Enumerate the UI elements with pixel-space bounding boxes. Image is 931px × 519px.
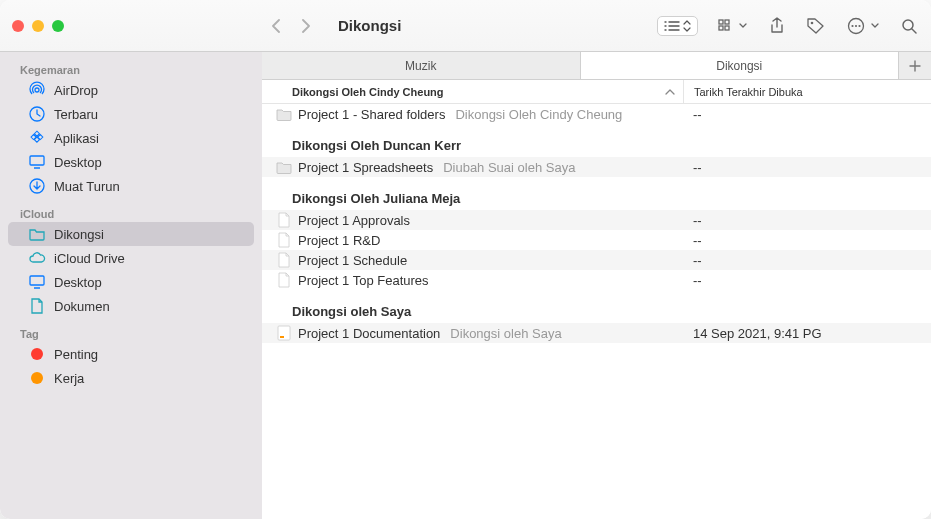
file-date: --: [683, 253, 931, 268]
file-name: Project 1 Approvals: [298, 213, 410, 228]
svg-rect-6: [719, 20, 723, 24]
file-date: --: [683, 213, 931, 228]
svg-line-16: [912, 29, 916, 33]
new-tab-button[interactable]: [899, 52, 931, 79]
tag-icon: [28, 345, 46, 363]
svg-point-10: [811, 21, 814, 24]
finder-window: Dikongsi: [0, 0, 931, 519]
tab-muzik[interactable]: Muzik: [262, 52, 581, 79]
svg-rect-22: [30, 276, 44, 285]
group-by-button[interactable]: [714, 17, 751, 35]
minimize-button[interactable]: [32, 20, 44, 32]
action-menu-button[interactable]: [843, 15, 883, 37]
sidebar-item-kerja[interactable]: Kerja: [8, 366, 254, 390]
forward-button[interactable]: [292, 14, 320, 38]
svg-rect-25: [280, 336, 284, 338]
doc-icon: [276, 232, 292, 248]
column-header-name-label: Dikongsi Oleh Cindy Cheung: [292, 86, 444, 98]
column-header-name[interactable]: Dikongsi Oleh Cindy Cheung: [262, 86, 683, 98]
file-date: --: [683, 107, 931, 122]
sidebar-item-label: Kerja: [54, 371, 84, 386]
file-row[interactable]: Project 1 SpreadsheetsDiubah Suai oleh S…: [262, 157, 931, 177]
file-row[interactable]: Project 1 R&D--: [262, 230, 931, 250]
sidebar-item-dokumen[interactable]: Dokumen: [8, 294, 254, 318]
file-row[interactable]: Project 1 Top Features--: [262, 270, 931, 290]
close-button[interactable]: [12, 20, 24, 32]
svg-rect-8: [719, 26, 723, 30]
file-list: Project 1 - Shared foldersDikongsi Oleh …: [262, 104, 931, 519]
airdrop-icon: [28, 81, 46, 99]
sidebar-item-label: Desktop: [54, 155, 102, 170]
desktop-icon: [28, 153, 46, 171]
back-button[interactable]: [262, 14, 290, 38]
svg-point-12: [851, 24, 853, 26]
sidebar-item-penting[interactable]: Penting: [8, 342, 254, 366]
sidebar-item-muat-turun[interactable]: Muat Turun: [8, 174, 254, 198]
share-button[interactable]: [765, 15, 789, 37]
toolbar: Dikongsi: [262, 14, 931, 38]
svg-point-13: [855, 24, 857, 26]
file-name: Project 1 Schedule: [298, 253, 407, 268]
traffic-lights: [0, 20, 262, 32]
chevron-down-icon: [739, 23, 747, 29]
titlebar: Dikongsi: [0, 0, 931, 52]
column-header-date-label: Tarikh Terakhir Dibuka: [694, 86, 803, 98]
doc-icon: [276, 212, 292, 228]
sidebar-item-label: Aplikasi: [54, 131, 99, 146]
group-header: Dikongsi oleh Saya: [262, 290, 931, 323]
file-subtitle: Diubah Suai oleh Saya: [443, 160, 575, 175]
file-name: Project 1 Spreadsheets: [298, 160, 433, 175]
document-icon: [28, 297, 46, 315]
cloud-icon: [28, 249, 46, 267]
sidebar-item-label: Dokumen: [54, 299, 110, 314]
search-button[interactable]: [897, 16, 921, 36]
column-header-date[interactable]: Tarikh Terakhir Dibuka: [683, 80, 931, 103]
sidebar-heading: Kegemaran: [0, 60, 262, 78]
file-row[interactable]: Project 1 DocumentationDikongsi oleh Say…: [262, 323, 931, 343]
sidebar-item-desktop[interactable]: Desktop: [8, 150, 254, 174]
file-subtitle: Dikongsi Oleh Cindy Cheung: [455, 107, 622, 122]
file-name: Project 1 - Shared folders: [298, 107, 445, 122]
sidebar: KegemaranAirDropTerbaruAplikasiDesktopMu…: [0, 52, 262, 519]
tab-dikongsi[interactable]: Dikongsi: [581, 52, 900, 79]
sidebar-item-terbaru[interactable]: Terbaru: [8, 102, 254, 126]
svg-point-14: [858, 24, 860, 26]
group-header: Dikongsi Oleh Duncan Kerr: [262, 124, 931, 157]
chevron-updown-icon: [683, 20, 691, 32]
file-date: --: [683, 160, 931, 175]
folder-icon: [276, 106, 292, 122]
sidebar-item-label: iCloud Drive: [54, 251, 125, 266]
svg-rect-7: [725, 20, 729, 24]
svg-rect-9: [725, 26, 729, 30]
svg-point-17: [35, 88, 39, 92]
zoom-button[interactable]: [52, 20, 64, 32]
sidebar-item-label: Desktop: [54, 275, 102, 290]
sidebar-item-dikongsi[interactable]: Dikongsi: [8, 222, 254, 246]
file-row[interactable]: Project 1 Schedule--: [262, 250, 931, 270]
sidebar-item-label: Muat Turun: [54, 179, 120, 194]
view-list-button[interactable]: [657, 16, 698, 36]
doc-icon: [276, 272, 292, 288]
sidebar-item-airdrop[interactable]: AirDrop: [8, 78, 254, 102]
sidebar-item-label: Dikongsi: [54, 227, 104, 242]
file-row[interactable]: Project 1 Approvals--: [262, 210, 931, 230]
pages-icon: [276, 325, 292, 341]
sidebar-item-label: Terbaru: [54, 107, 98, 122]
sidebar-item-desktop[interactable]: Desktop: [8, 270, 254, 294]
file-row[interactable]: Project 1 - Shared foldersDikongsi Oleh …: [262, 104, 931, 124]
tags-button[interactable]: [803, 16, 829, 36]
sidebar-item-icloud-drive[interactable]: iCloud Drive: [8, 246, 254, 270]
sidebar-heading: Tag: [0, 324, 262, 342]
apps-icon: [28, 129, 46, 147]
file-date: --: [683, 273, 931, 288]
file-date: 14 Sep 2021, 9:41 PG: [683, 326, 931, 341]
sidebar-item-label: Penting: [54, 347, 98, 362]
folder-icon: [276, 159, 292, 175]
shared-folder-icon: [28, 225, 46, 243]
window-title: Dikongsi: [338, 17, 401, 34]
sidebar-heading: iCloud: [0, 204, 262, 222]
file-name: Project 1 Documentation: [298, 326, 440, 341]
desktop-icon: [28, 273, 46, 291]
sidebar-item-aplikasi[interactable]: Aplikasi: [8, 126, 254, 150]
file-name: Project 1 Top Features: [298, 273, 429, 288]
